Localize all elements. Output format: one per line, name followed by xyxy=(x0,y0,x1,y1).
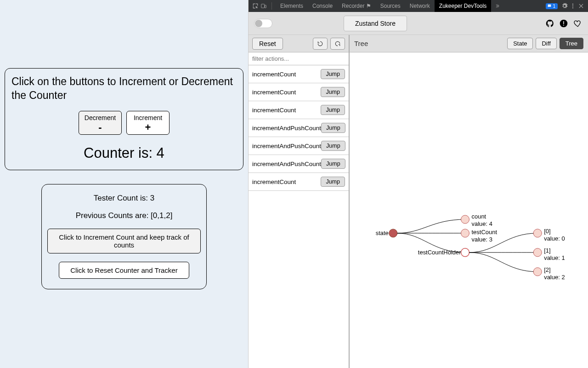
svg-text:value: 3: value: 3 xyxy=(471,236,492,243)
devtools-body: Reset incrementCountJumpincrementCountJu… xyxy=(249,35,588,368)
step-forward-button[interactable] xyxy=(330,38,345,50)
action-row[interactable]: incrementCountJump xyxy=(249,65,349,83)
github-icon[interactable] xyxy=(545,18,555,29)
svg-text:value: 4: value: 4 xyxy=(471,220,492,227)
svg-text:[1]: [1] xyxy=(544,247,550,254)
svg-text:testCount: testCount xyxy=(471,229,497,236)
alert-icon[interactable] xyxy=(559,18,569,29)
action-row[interactable]: incrementCountJump xyxy=(249,173,349,191)
jump-button[interactable]: Jump xyxy=(321,177,345,187)
filter-actions-input[interactable] xyxy=(249,52,349,65)
svg-point-24 xyxy=(533,268,542,276)
action-row[interactable]: incrementCountJump xyxy=(249,101,349,119)
svg-point-16 xyxy=(461,248,469,257)
increment-and-track-button[interactable]: Click to Increment Count and keep track … xyxy=(47,229,201,253)
app-pane: Click on the buttons to Increment or Dec… xyxy=(0,0,248,368)
minus-icon: - xyxy=(98,122,102,132)
decrement-label: Decrement xyxy=(85,114,116,121)
actions-reset-button[interactable]: Reset xyxy=(252,38,283,50)
svg-rect-6 xyxy=(563,21,564,24)
record-toggle[interactable] xyxy=(254,19,272,28)
inspect-icon[interactable] xyxy=(251,2,260,10)
svg-text:state: state xyxy=(376,230,389,236)
svg-point-4 xyxy=(572,7,573,8)
action-row[interactable]: incrementAndPushCountJump xyxy=(249,155,349,173)
svg-text:value: 2: value: 2 xyxy=(544,274,565,281)
svg-point-8 xyxy=(389,229,397,237)
view-button-state[interactable]: State xyxy=(507,38,533,49)
issues-badge[interactable]: 1 xyxy=(546,3,558,9)
device-icon[interactable] xyxy=(260,2,268,10)
step-back-button[interactable] xyxy=(313,38,328,50)
action-name: incrementCount xyxy=(252,89,296,96)
svg-point-13 xyxy=(461,229,469,237)
svg-point-18 xyxy=(533,229,542,237)
action-name: incrementAndPushCount xyxy=(252,161,321,167)
tree-title: Tree xyxy=(354,40,368,47)
svg-point-21 xyxy=(533,248,542,257)
svg-text:value: 0: value: 0 xyxy=(544,235,565,242)
view-button-diff[interactable]: Diff xyxy=(536,38,556,49)
tester-card: Tester Count is: 3 Previous Counts are: … xyxy=(41,184,207,289)
jump-button[interactable]: Jump xyxy=(321,105,345,115)
action-row[interactable]: incrementAndPushCountJump xyxy=(249,137,349,155)
counter-instruction: Click on the buttons to Increment or Dec… xyxy=(11,75,237,103)
devtools-tab[interactable]: Zukeeper DevTools xyxy=(435,0,491,12)
devtools-tab-bar: ElementsConsoleRecorder ⚑SourcesNetworkZ… xyxy=(249,0,588,12)
svg-point-3 xyxy=(572,6,573,6)
more-tabs-icon[interactable] xyxy=(493,2,501,10)
increment-button[interactable]: Increment + xyxy=(126,111,170,135)
counter-button-row: Decrement - Increment + xyxy=(11,111,237,135)
decrement-button[interactable]: Decrement - xyxy=(79,111,122,135)
view-button-tree[interactable]: Tree xyxy=(560,38,583,49)
tree-header: Tree StateDiffTree xyxy=(350,35,588,52)
counter-card: Click on the buttons to Increment or Dec… xyxy=(5,68,243,170)
svg-text:testCountHolder: testCountHolder xyxy=(418,249,461,256)
tree-canvas[interactable]: state count value: 4 testCount value: 3 xyxy=(350,52,588,368)
devtools-tab[interactable]: Network xyxy=(405,0,435,12)
previous-counts-text: Previous Counts are: [0,1,2] xyxy=(76,211,173,220)
devtools-tab[interactable]: Sources xyxy=(376,0,405,12)
devtools-tab[interactable]: Recorder ⚑ xyxy=(337,0,376,12)
action-row[interactable]: incrementAndPushCountJump xyxy=(249,119,349,137)
svg-rect-1 xyxy=(265,5,266,8)
plus-icon: + xyxy=(145,122,151,132)
devtools-tab[interactable]: Elements xyxy=(276,0,308,12)
action-name: incrementCount xyxy=(252,107,296,114)
svg-text:count: count xyxy=(471,213,486,220)
svg-point-10 xyxy=(461,215,469,224)
svg-text:[0]: [0] xyxy=(544,228,550,235)
action-name: incrementAndPushCount xyxy=(252,125,321,132)
devtools-pane: ElementsConsoleRecorder ⚑SourcesNetworkZ… xyxy=(248,0,588,368)
action-name: incrementAndPushCount xyxy=(252,143,321,150)
action-name: incrementCount xyxy=(252,71,296,78)
svg-rect-0 xyxy=(261,4,265,8)
settings-icon[interactable] xyxy=(560,2,569,10)
kebab-menu-icon[interactable] xyxy=(569,2,577,10)
jump-button[interactable]: Jump xyxy=(321,141,345,151)
jump-button[interactable]: Jump xyxy=(321,159,345,169)
reset-counter-button[interactable]: Click to Reset Counter and Tracker xyxy=(59,262,189,279)
svg-point-2 xyxy=(572,4,573,5)
jump-button[interactable]: Jump xyxy=(321,123,345,133)
svg-text:value: 1: value: 1 xyxy=(544,254,565,261)
store-selector-button[interactable]: Zustand Store xyxy=(344,16,407,31)
jump-button[interactable]: Jump xyxy=(321,87,345,97)
tree-panel: Tree StateDiffTree state count value: 4 xyxy=(350,35,588,368)
jump-button[interactable]: Jump xyxy=(321,69,345,79)
counter-value: Counter is: 4 xyxy=(11,145,237,161)
action-name: incrementCount xyxy=(252,178,296,185)
action-row[interactable]: incrementCountJump xyxy=(249,83,349,101)
devtools-tab[interactable]: Console xyxy=(308,0,337,12)
zukeeper-toolbar: Zustand Store xyxy=(249,12,588,35)
svg-rect-7 xyxy=(563,25,564,26)
close-icon[interactable] xyxy=(577,2,585,10)
svg-text:[2]: [2] xyxy=(544,266,550,273)
actions-panel: Reset incrementCountJumpincrementCountJu… xyxy=(249,35,350,368)
tester-count-text: Tester Count is: 3 xyxy=(94,194,154,203)
increment-label: Increment xyxy=(134,114,162,121)
actions-control-bar: Reset xyxy=(249,35,349,52)
heart-icon[interactable] xyxy=(572,18,582,29)
